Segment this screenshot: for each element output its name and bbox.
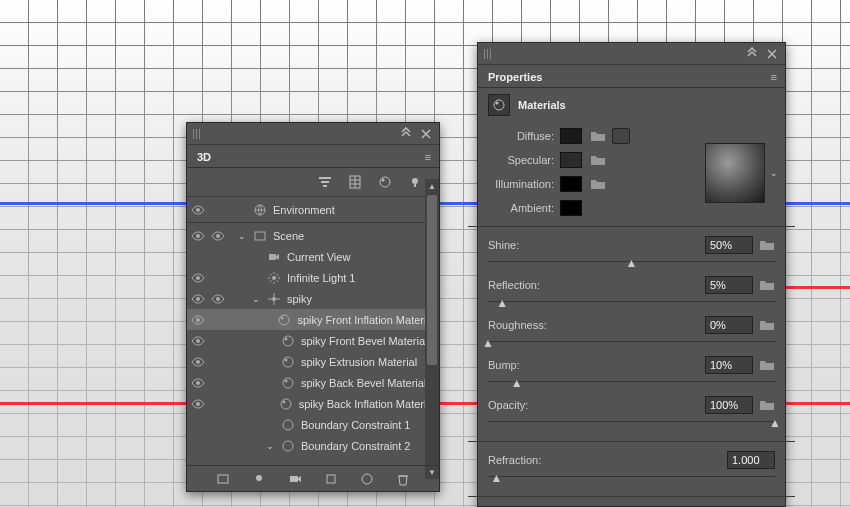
- new-camera-icon[interactable]: [287, 471, 303, 487]
- visibility-eye-icon[interactable]: [191, 397, 205, 411]
- slider-track[interactable]: ▲: [488, 255, 775, 269]
- tree-row-spiky-back-inflation-material[interactable]: spiky Back Inflation Material: [187, 393, 439, 414]
- visibility-eye-icon[interactable]: [191, 250, 205, 264]
- slider-track[interactable]: ▲: [488, 295, 775, 309]
- panel-menu-icon[interactable]: ≡: [417, 147, 439, 167]
- diffuse-texture-icon[interactable]: [612, 128, 630, 144]
- tree-row-spiky-front-inflation-material[interactable]: spiky Front Inflation Material: [187, 309, 439, 330]
- secondary-eye-icon[interactable]: [211, 271, 225, 285]
- caret-icon[interactable]: ⌄: [251, 294, 261, 304]
- tree-row-spiky-extrusion-material[interactable]: spiky Extrusion Material: [187, 351, 439, 372]
- collapse-icon[interactable]: [399, 127, 413, 141]
- visibility-eye-icon[interactable]: [191, 439, 205, 453]
- tree-row-spiky[interactable]: ⌄spiky: [187, 288, 439, 309]
- new-layer-icon[interactable]: [215, 471, 231, 487]
- slider-folder-icon[interactable]: [759, 358, 775, 372]
- collapse-icon[interactable]: [745, 47, 759, 61]
- light-icon[interactable]: [407, 174, 423, 190]
- visibility-eye-icon[interactable]: [191, 292, 205, 306]
- tree-row-spiky-front-bevel-material[interactable]: spiky Front Bevel Material: [187, 330, 439, 351]
- tree-row-infinite-light-1[interactable]: Infinite Light 1: [187, 267, 439, 288]
- tree-row-environment[interactable]: Environment: [187, 199, 439, 220]
- svg-point-26: [283, 357, 293, 367]
- visibility-eye-icon[interactable]: [191, 376, 205, 390]
- visibility-eye-icon[interactable]: [191, 271, 205, 285]
- refraction-slider[interactable]: ▲: [488, 470, 775, 484]
- tab-3d[interactable]: 3D: [187, 147, 221, 167]
- close-icon[interactable]: [419, 127, 433, 141]
- secondary-eye-icon[interactable]: [211, 418, 225, 432]
- specular-swatch[interactable]: [560, 152, 582, 168]
- diffuse-swatch[interactable]: [560, 128, 582, 144]
- tree-row-boundary-constraint-2[interactable]: ⌄Boundary Constraint 2: [187, 435, 439, 456]
- preview-menu-icon[interactable]: ⌄: [770, 168, 778, 178]
- secondary-eye-icon[interactable]: [211, 229, 225, 243]
- mesh-icon[interactable]: [347, 174, 363, 190]
- refraction-input[interactable]: [727, 451, 775, 469]
- slider-thumb[interactable]: ▲: [491, 471, 503, 481]
- slider-value-input[interactable]: [705, 236, 753, 254]
- panel-properties: Properties ≡ Materials Diffuse: Specular…: [477, 42, 786, 507]
- slider-folder-icon[interactable]: [759, 398, 775, 412]
- material-preview-sphere[interactable]: [705, 143, 765, 203]
- secondary-eye-icon[interactable]: [211, 334, 225, 348]
- visibility-eye-icon[interactable]: [191, 229, 205, 243]
- slider-value-input[interactable]: [705, 396, 753, 414]
- svg-point-8: [196, 208, 200, 212]
- tree-row-current-view[interactable]: Current View: [187, 246, 439, 267]
- slider-value-input[interactable]: [705, 356, 753, 374]
- panel-props-titlebar[interactable]: [478, 43, 785, 65]
- visibility-eye-icon[interactable]: [191, 313, 205, 327]
- secondary-eye-icon[interactable]: [211, 397, 225, 411]
- visibility-eye-icon[interactable]: [191, 355, 205, 369]
- visibility-eye-icon[interactable]: [191, 418, 205, 432]
- caret-icon[interactable]: ⌄: [265, 441, 275, 451]
- svg-point-27: [285, 358, 288, 361]
- slider-value-input[interactable]: [705, 276, 753, 294]
- slider-folder-icon[interactable]: [759, 278, 775, 292]
- illumination-swatch[interactable]: [560, 176, 582, 192]
- material-icon[interactable]: [377, 174, 393, 190]
- secondary-eye-icon[interactable]: [211, 250, 225, 264]
- secondary-eye-icon[interactable]: [211, 203, 225, 217]
- panel-menu-icon[interactable]: ≡: [763, 67, 785, 87]
- scrollbar[interactable]: ▲ ▼: [425, 193, 439, 465]
- slider-track[interactable]: ▲: [488, 415, 775, 429]
- slider-thumb[interactable]: ▲: [626, 256, 638, 266]
- slider-folder-icon[interactable]: [759, 318, 775, 332]
- render-icon[interactable]: [359, 471, 375, 487]
- slider-folder-icon[interactable]: [759, 238, 775, 252]
- tab-properties[interactable]: Properties: [478, 67, 552, 87]
- secondary-eye-icon[interactable]: [211, 439, 225, 453]
- close-icon[interactable]: [765, 47, 779, 61]
- slider-thumb[interactable]: ▲: [482, 336, 494, 346]
- slider-thumb[interactable]: ▲: [511, 376, 523, 386]
- diffuse-folder-icon[interactable]: [590, 129, 606, 143]
- slider-track[interactable]: ▲: [488, 335, 775, 349]
- slider-thumb[interactable]: ▲: [496, 296, 508, 306]
- scroll-up-icon[interactable]: ▲: [425, 179, 439, 193]
- secondary-eye-icon[interactable]: [211, 355, 225, 369]
- filter-icon[interactable]: [317, 174, 333, 190]
- slider-thumb[interactable]: ▲: [769, 416, 781, 426]
- tree-row-boundary-constraint-1[interactable]: Boundary Constraint 1: [187, 414, 439, 435]
- scroll-thumb[interactable]: [427, 195, 437, 365]
- slider-label: Shine:: [488, 239, 519, 251]
- trash-icon[interactable]: [395, 471, 411, 487]
- secondary-eye-icon[interactable]: [211, 313, 225, 327]
- secondary-eye-icon[interactable]: [211, 376, 225, 390]
- ambient-swatch[interactable]: [560, 200, 582, 216]
- tree-row-spiky-back-bevel-material[interactable]: spiky Back Bevel Material: [187, 372, 439, 393]
- secondary-eye-icon[interactable]: [211, 292, 225, 306]
- visibility-eye-icon[interactable]: [191, 203, 205, 217]
- caret-icon[interactable]: ⌄: [237, 231, 247, 241]
- tree-row-scene[interactable]: ⌄Scene: [187, 225, 439, 246]
- panel-3d-titlebar[interactable]: [187, 123, 439, 145]
- specular-folder-icon[interactable]: [590, 153, 606, 167]
- visibility-eye-icon[interactable]: [191, 334, 205, 348]
- new-light-icon[interactable]: [251, 471, 267, 487]
- new-mesh-icon[interactable]: [323, 471, 339, 487]
- slider-track[interactable]: ▲: [488, 375, 775, 389]
- illumination-folder-icon[interactable]: [590, 177, 606, 191]
- slider-value-input[interactable]: [705, 316, 753, 334]
